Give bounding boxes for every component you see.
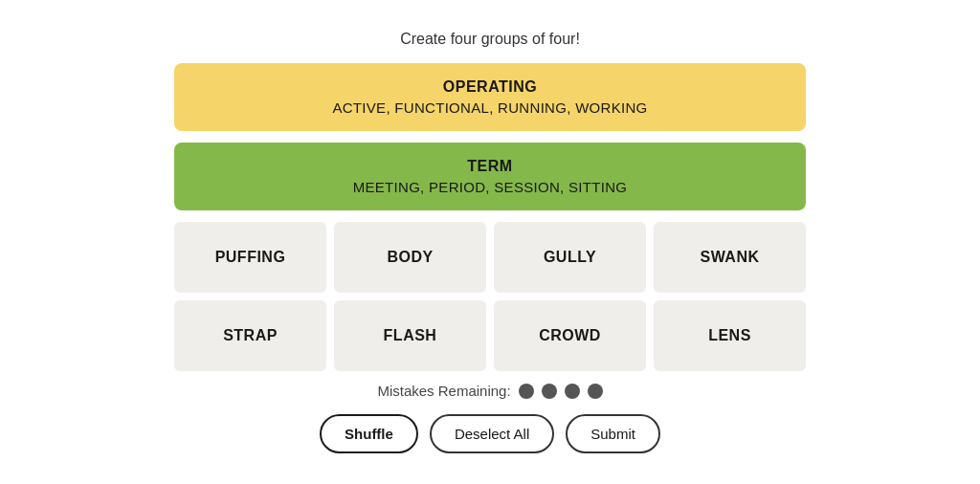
solved-group-term-words: MEETING, PERIOD, SESSION, SITTING — [193, 179, 787, 195]
word-card-body[interactable]: BODY — [334, 222, 486, 293]
submit-button[interactable]: Submit — [566, 414, 660, 453]
solved-group-operating-words: ACTIVE, FUNCTIONAL, RUNNING, WORKING — [193, 99, 787, 116]
word-card-puffing[interactable]: PUFFING — [174, 222, 326, 293]
deselect-all-button[interactable]: Deselect All — [430, 414, 554, 453]
game-container: Create four groups of four! OPERATING AC… — [174, 11, 806, 473]
word-card-lens[interactable]: LENS — [654, 300, 806, 371]
word-card-gully[interactable]: GULLY — [494, 222, 646, 293]
word-card-flash[interactable]: FLASH — [334, 300, 486, 371]
word-card-swank[interactable]: SWANK — [654, 222, 806, 293]
mistake-dot-4 — [588, 384, 603, 399]
mistake-dot-2 — [542, 384, 557, 399]
mistake-dot-1 — [519, 384, 534, 399]
buttons-row: ShuffleDeselect AllSubmit — [320, 414, 660, 453]
solved-group-operating-title: OPERATING — [193, 78, 787, 96]
instruction-text: Create four groups of four! — [400, 31, 580, 48]
word-grid: PUFFINGBODYGULLYSWANKSTRAPFLASHCROWDLENS — [174, 222, 806, 371]
mistakes-row: Mistakes Remaining: — [377, 383, 602, 399]
word-card-strap[interactable]: STRAP — [174, 300, 326, 371]
mistakes-label: Mistakes Remaining: — [377, 383, 510, 399]
mistake-dot-3 — [565, 384, 580, 399]
word-card-crowd[interactable]: CROWD — [494, 300, 646, 371]
shuffle-button[interactable]: Shuffle — [320, 414, 418, 453]
solved-group-term: TERM MEETING, PERIOD, SESSION, SITTING — [174, 143, 806, 210]
solved-group-term-title: TERM — [193, 158, 787, 175]
solved-group-operating: OPERATING ACTIVE, FUNCTIONAL, RUNNING, W… — [174, 63, 806, 131]
